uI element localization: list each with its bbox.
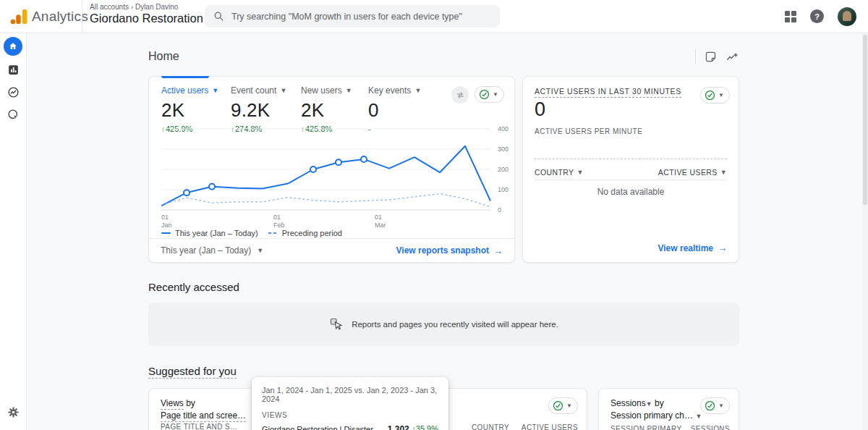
- scrollbar-thumb[interactable]: [863, 35, 867, 205]
- tooltip-row-delta: ↑35.9%: [412, 424, 438, 430]
- topbar-divider: [82, 0, 82, 33]
- check-circle-icon: [479, 89, 490, 100]
- column-header[interactable]: SESSIONS: [691, 425, 730, 430]
- view-reports-snapshot-link[interactable]: View reports snapshot →: [396, 245, 503, 256]
- card-connector: by: [655, 398, 664, 408]
- svg-text:100: 100: [498, 186, 509, 193]
- help-icon[interactable]: ?: [810, 9, 824, 23]
- no-data-message: No data available: [523, 187, 739, 197]
- sidebar-item-home[interactable]: [0, 37, 26, 56]
- tooltip-metric: VIEWS: [262, 411, 438, 419]
- svg-text:300: 300: [498, 146, 509, 153]
- card-metric[interactable]: Views: [161, 398, 184, 410]
- dropdown-caret-icon: ▼: [212, 88, 218, 94]
- check-circle-icon: [553, 400, 563, 411]
- table-divider: [535, 180, 727, 180]
- realtime-title: ACTIVE USERS IN LAST 30 MINUTES: [535, 87, 681, 98]
- column-header[interactable]: PAGE TITLE AND S…: [161, 423, 237, 430]
- metric-value: 9.2K: [231, 99, 286, 122]
- active-users-chart[interactable]: 010020030040001Jan01Feb01Mar: [161, 122, 516, 230]
- dropdown-caret-icon: ▼: [718, 403, 724, 409]
- card-connector: by: [186, 398, 195, 408]
- page-title: Home: [148, 50, 179, 63]
- card-dimension[interactable]: Page title and scree…: [161, 410, 246, 422]
- column-header[interactable]: COUNTRY: [472, 423, 509, 430]
- active-users-column-header[interactable]: ACTIVE USERS ▼: [658, 168, 727, 177]
- dropdown-caret-icon: ▼: [577, 169, 584, 176]
- insights-icon[interactable]: [726, 51, 739, 63]
- analytics-logo-icon[interactable]: [9, 7, 28, 26]
- column-header[interactable]: SESSION PRIMARY …: [610, 425, 692, 430]
- link-label: View realtime: [658, 243, 714, 253]
- svg-text:01Jan: 01Jan: [161, 214, 172, 229]
- advertising-icon: [7, 109, 20, 121]
- left-nav: [0, 33, 27, 430]
- search-input[interactable]: [231, 12, 491, 22]
- main-content: Home: [27, 33, 868, 430]
- property-name[interactable]: Giordano Restoration: [90, 12, 203, 25]
- view-realtime-link[interactable]: View realtime →: [658, 243, 728, 253]
- tooltip-row-value: 1,302: [388, 424, 409, 430]
- metric-value: 2K: [301, 99, 352, 122]
- solid-line-swatch-icon: [161, 232, 171, 234]
- breadcrumb: All accounts › Dylan Davino: [90, 3, 213, 11]
- dropdown-caret-icon: ▼: [493, 92, 498, 98]
- card-dimension[interactable]: Session primary ch…: [610, 410, 693, 421]
- home-icon: [4, 37, 22, 56]
- realtime-value: 0: [535, 98, 545, 121]
- suggested-title: Suggested for you: [148, 365, 237, 379]
- account-switcher[interactable]: All accounts › Dylan Davino Giordano Res…: [90, 3, 213, 25]
- legend-label: Preceding period: [282, 229, 342, 237]
- recently-accessed-message: Reports and pages you recently visited w…: [352, 320, 558, 329]
- country-column-header[interactable]: COUNTRY ▼: [535, 168, 584, 177]
- metric-label: New users: [301, 85, 342, 96]
- search-bar[interactable]: [205, 5, 500, 28]
- explore-icon: [7, 86, 20, 98]
- recently-accessed-title: Recently accessed: [148, 281, 239, 293]
- legend-label: This year (Jan – Today): [175, 229, 258, 237]
- cursor-icon: [329, 317, 344, 332]
- data-quality-pill[interactable]: ▼: [475, 86, 504, 103]
- top-app-bar: Analytics All accounts › Dylan Davino Gi…: [0, 0, 868, 33]
- per-minute-baseline: [535, 159, 727, 159]
- arrow-right-icon: →: [493, 245, 503, 256]
- metric-value: 2K: [161, 99, 218, 122]
- search-icon: [213, 11, 224, 22]
- suggested-card-sessions[interactable]: Sessions▼ by Session primary ch… ▼ ▼ SES…: [598, 388, 739, 430]
- breadcrumb-account[interactable]: Dylan Davino: [135, 3, 178, 11]
- date-range-select[interactable]: This year (Jan – Today) ▼: [161, 245, 263, 256]
- dropdown-caret-icon: ▼: [695, 413, 702, 420]
- sidebar-item-explore[interactable]: [0, 86, 26, 98]
- sidebar-item-advertising[interactable]: [0, 109, 26, 121]
- dropdown-caret-icon: ▼: [257, 248, 263, 254]
- overview-card: Active users▼ 2K ↑425.9% Event count▼ 9.…: [148, 76, 515, 263]
- apps-grid-icon[interactable]: [785, 11, 796, 22]
- dropdown-caret-icon: ▼: [280, 88, 286, 94]
- compare-icon[interactable]: [451, 86, 469, 104]
- svg-text:01Mar: 01Mar: [375, 214, 386, 229]
- tooltip-date-range: Jan 1, 2024 - Jan 1, 2025 vs. Jan 2, 202…: [262, 386, 438, 403]
- notes-icon[interactable]: [705, 51, 717, 63]
- svg-text:0: 0: [498, 206, 501, 214]
- tooltip-row-label: Giordano Restoration | Disaster Restorat…: [262, 424, 380, 430]
- scrollbar-track[interactable]: [862, 33, 868, 430]
- avatar[interactable]: [838, 7, 856, 26]
- realtime-card: ACTIVE USERS IN LAST 30 MINUTES ▼ 0 ACTI…: [522, 76, 739, 263]
- metric-value: 0: [368, 99, 421, 122]
- data-quality-pill[interactable]: ▼: [548, 397, 578, 414]
- sidebar-item-reports[interactable]: [0, 64, 26, 76]
- dropdown-caret-icon: ▼: [566, 403, 572, 409]
- svg-text:400: 400: [498, 125, 509, 132]
- svg-text:200: 200: [498, 166, 509, 173]
- data-quality-pill[interactable]: ▼: [700, 87, 730, 104]
- header-divider: [695, 49, 696, 64]
- recently-accessed-empty-state: Reports and pages you recently visited w…: [148, 303, 739, 346]
- data-quality-pill[interactable]: ▼: [700, 397, 730, 414]
- breadcrumb-root[interactable]: All accounts: [90, 3, 129, 11]
- sidebar-item-admin[interactable]: [0, 406, 26, 418]
- dropdown-caret-icon: ▼: [646, 400, 652, 408]
- column-header[interactable]: ACTIVE USERS: [522, 423, 578, 430]
- check-circle-icon: [705, 90, 715, 101]
- card-metric[interactable]: Sessions: [610, 398, 646, 408]
- dropdown-caret-icon: ▼: [414, 88, 421, 94]
